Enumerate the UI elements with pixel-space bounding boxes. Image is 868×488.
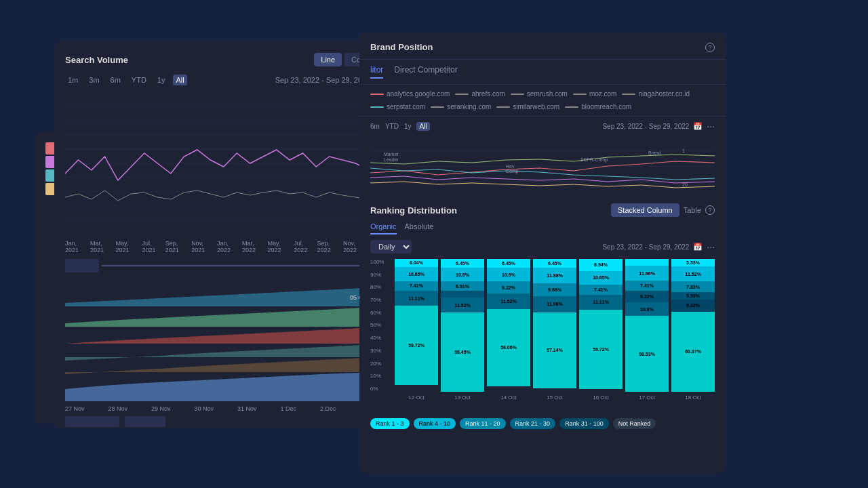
- ranking-more-btn[interactable]: ···: [707, 241, 715, 252]
- time-1y[interactable]: 1y: [155, 75, 168, 85]
- analytics-dot: [370, 94, 384, 95]
- bar-segment-6-0: 5.53%: [671, 259, 715, 266]
- brand-time-6m[interactable]: 6m: [370, 123, 380, 130]
- line-chart-container: 22,500 20,000 17,500 15,000 12,500 10,00…: [65, 92, 396, 237]
- brand-time-ytd[interactable]: YTD: [385, 123, 399, 130]
- bar-segment-6-2: 7.83%: [671, 281, 715, 291]
- rank-21-30-legend[interactable]: Rank 21 - 30: [510, 418, 556, 429]
- brand-mini-chart: Market Leader Brand 1 20 Rev Comp SEPR-C…: [359, 136, 726, 197]
- legend-analytics: analytics.google.com: [370, 90, 450, 98]
- bar-segment-1-3: [441, 291, 484, 298]
- tab-direct-competitor[interactable]: Direct Competitor: [394, 65, 457, 79]
- rank-31-100-legend[interactable]: Rank 31 - 100: [559, 418, 609, 429]
- time-filters: 1m 3m 6m YTD 1y All Sep 23, 2022 - Sep 2…: [65, 75, 396, 85]
- bar-xlabel-6: 18 Oct: [671, 394, 715, 401]
- search-volume-title: Search Volume: [65, 55, 128, 65]
- legend-similarweb: similarweb.com: [496, 103, 559, 110]
- bar-segment-6-4: 9.22%: [671, 300, 715, 312]
- ranking-header: Ranking Distribution Stacked Column Tabl…: [370, 203, 715, 217]
- svg-text:SEPR-Comp: SEPR-Comp: [580, 157, 608, 163]
- bar-column-1: 6.45%10.6%6.91%11.52%59.45%: [441, 259, 484, 392]
- bar-segment-1-2: 6.91%: [441, 281, 484, 291]
- legend-bloomreach: bloomreach.com: [565, 103, 631, 110]
- svg-text:20: 20: [682, 182, 688, 187]
- ranking-calendar-icon[interactable]: 📅: [693, 243, 703, 251]
- tab-litor[interactable]: litor: [370, 65, 383, 79]
- niagahoster-dot: [622, 94, 635, 95]
- bar-xlabel-0: 12 Oct: [395, 394, 438, 401]
- bar-segment-6-3: 5.53%: [671, 292, 715, 300]
- bar-segment-4-2: 7.41%: [579, 285, 623, 295]
- stacked-area-container: 60% 40% 20% 05 Oct 27 Nov 28 Nov 29 Nov …: [65, 279, 396, 412]
- bar-segment-5-2: 7.41%: [625, 281, 669, 290]
- bar-xlabel-4: 16 Oct: [579, 394, 623, 401]
- rank-4-10-legend[interactable]: Rank 4 - 10: [414, 418, 456, 429]
- rank-1-3-legend[interactable]: Rank 1 - 3: [370, 418, 410, 429]
- brand-legend: analytics.google.com ahrefs.com semrush.…: [359, 85, 726, 117]
- brand-more-btn[interactable]: ···: [707, 121, 715, 131]
- stacked-col-chart-container: 100% 90% 80% 70% 60% 50% 40% 30% 20% 10%…: [370, 259, 715, 414]
- bar-column-2: 6.45%10.6%9.22%11.52%58.06%: [487, 259, 530, 392]
- bar-segment-4-3: 11.11%: [579, 295, 623, 310]
- search-volume-panel: Search Volume Line Column ? 1m 3m 6m YTD…: [54, 42, 407, 428]
- bar-columns: 6.04%10.65%7.41%11.11%59.72%6.45%10.6%6.…: [395, 259, 715, 392]
- legend-ahrefs: ahrefs.com: [455, 90, 505, 98]
- not-ranked-legend[interactable]: Not Ranked: [613, 418, 656, 429]
- bar-column-6: 5.53%11.52%7.83%5.53%9.22%60.37%: [671, 259, 715, 392]
- bar-column-5: 11.96%7.41%9.22%10.6%58.53%: [625, 259, 669, 392]
- bar-segment-0-0: 6.04%: [395, 259, 438, 267]
- time-6m[interactable]: 6m: [108, 75, 123, 85]
- brand-calendar-icon[interactable]: 📅: [693, 122, 703, 131]
- rank-11-20-legend[interactable]: Rank 11 - 20: [460, 418, 506, 429]
- table-btn[interactable]: Table: [684, 206, 701, 214]
- seranking-dot: [431, 106, 444, 108]
- bar-segment-0-3: 11.11%: [395, 291, 438, 306]
- legend-serpstat: serpstat.com: [370, 103, 425, 110]
- bloomreach-dot: [565, 106, 578, 108]
- time-ytd[interactable]: YTD: [129, 75, 149, 85]
- brand-time-all[interactable]: All: [416, 122, 429, 131]
- ranking-title: Ranking Distribution: [370, 205, 457, 216]
- rank-legend: Rank 1 - 3 Rank 4 - 10 Rank 11 - 20 Rank…: [370, 418, 715, 429]
- svg-text:1: 1: [682, 148, 685, 153]
- stacked-col-btn[interactable]: Stacked Column: [611, 203, 679, 217]
- bar-segment-6-5: 60.37%: [671, 312, 715, 392]
- brand-chart-controls: 6m YTD 1y All Sep 23, 2022 - Sep 29, 202…: [359, 117, 726, 136]
- bar-segment-3-4: 57.14%: [533, 312, 576, 388]
- ranking-date-controls: Sep 23, 2022 - Sep 29, 2022 📅 ···: [602, 241, 715, 252]
- serpstat-dot: [370, 106, 384, 108]
- x-axis: Jan, 2021 Mar, 2021 May, 2021 Jul, 2021 …: [65, 240, 396, 253]
- legend-seranking: seranking.com: [431, 103, 491, 110]
- semrush-dot: [511, 94, 524, 95]
- brand-date-range: Sep 23, 2022 - Sep 29, 2022: [602, 123, 689, 130]
- ranking-view-btns: Stacked Column Table ?: [611, 203, 715, 217]
- range-slider[interactable]: [65, 259, 396, 272]
- bar-segment-4-1: 10.65%: [579, 271, 623, 285]
- brand-tabs: litor Direct Competitor: [359, 60, 726, 85]
- tab-absolute[interactable]: Absolute: [405, 222, 434, 235]
- time-1m[interactable]: 1m: [65, 75, 81, 85]
- bar-segment-0-1: 10.65%: [395, 267, 438, 281]
- legend-niagahoster: niagahoster.co.id: [622, 90, 690, 98]
- svg-text:Comp: Comp: [506, 169, 519, 174]
- bar-xlabel-3: 15 Oct: [533, 394, 576, 401]
- time-3m[interactable]: 3m: [86, 75, 102, 85]
- frequency-select[interactable]: Daily: [370, 240, 412, 253]
- line-btn[interactable]: Line: [314, 53, 342, 66]
- time-all[interactable]: All: [173, 75, 186, 85]
- brand-date-controls: Sep 23, 2022 - Sep 29, 2022 📅 ···: [602, 121, 715, 131]
- bar-segment-5-0: [625, 259, 669, 266]
- brand-header: Brand Position ?: [359, 33, 726, 60]
- similarweb-dot: [496, 106, 510, 108]
- moz-dot: [573, 94, 587, 95]
- ranking-info-icon[interactable]: ?: [705, 205, 715, 215]
- svg-text:Leader: Leader: [384, 157, 399, 162]
- bar-segment-2-3: 11.52%: [487, 293, 530, 309]
- tab-organic[interactable]: Organic: [370, 222, 397, 235]
- ranking-controls: Daily Sep 23, 2022 - Sep 29, 2022 📅 ···: [370, 240, 715, 253]
- bar-segment-3-3: 11.98%: [533, 296, 576, 312]
- brand-time-1y[interactable]: 1y: [404, 123, 412, 130]
- bar-segment-1-4: 11.52%: [441, 298, 484, 313]
- bar-segment-5-4: 10.6%: [625, 302, 669, 316]
- brand-info-icon[interactable]: ?: [705, 43, 715, 52]
